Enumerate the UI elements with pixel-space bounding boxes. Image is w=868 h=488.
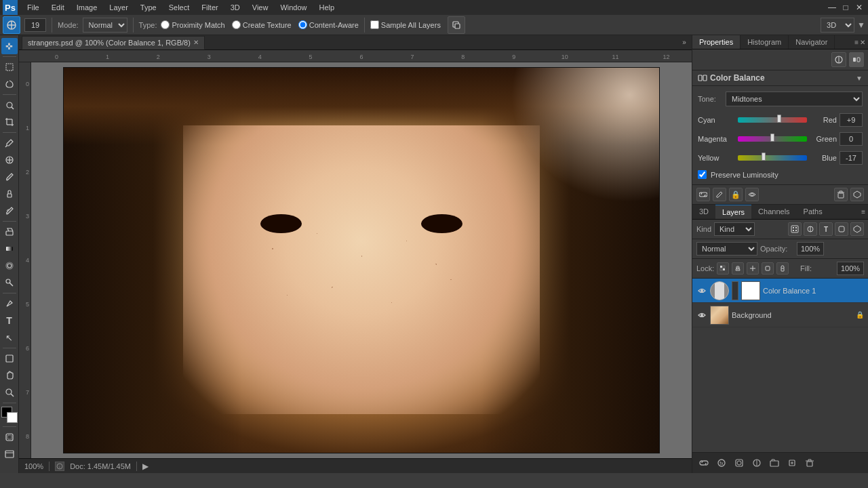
layer-new-btn[interactable]: [785, 455, 800, 470]
layer-visibility-bg[interactable]: [696, 310, 707, 321]
workspace-arrow[interactable]: ▼: [857, 20, 865, 30]
menu-view[interactable]: View: [247, 2, 274, 13]
proximity-match-option[interactable]: Proximity Match: [161, 20, 224, 29]
lock-all-btn[interactable]: [776, 262, 789, 274]
history-brush-tool[interactable]: [1, 203, 18, 219]
panel-close-btn[interactable]: ✕: [860, 39, 865, 46]
tab-paths[interactable]: Paths: [797, 205, 829, 219]
filter-shape-btn[interactable]: [835, 222, 848, 236]
text-tool[interactable]: T: [1, 312, 18, 329]
tab-histogram[interactable]: Histogram: [741, 35, 789, 49]
tab-collapse-button[interactable]: »: [679, 38, 689, 47]
layer-item-color-balance[interactable]: Color Balance 1: [692, 279, 868, 303]
shape-tool[interactable]: [1, 350, 18, 367]
layer-fx-btn[interactable]: fx: [714, 455, 729, 470]
hand-tool[interactable]: [1, 367, 18, 384]
brush-size-input[interactable]: 19: [24, 18, 46, 32]
blur-tool[interactable]: [1, 258, 18, 274]
path-select-tool[interactable]: ↖: [1, 329, 18, 346]
tab-channels[interactable]: Channels: [751, 205, 796, 219]
tab-3d[interactable]: 3D: [692, 205, 715, 219]
menu-image[interactable]: Image: [71, 2, 103, 13]
layer-visibility-cb[interactable]: [696, 285, 707, 296]
zoom-tool[interactable]: [1, 384, 18, 401]
menu-type[interactable]: Type: [135, 2, 162, 13]
menu-window[interactable]: Window: [275, 2, 312, 13]
layer-mask-lock-btn[interactable]: 🔒: [729, 188, 743, 201]
preserve-luminosity-checkbox[interactable]: [698, 170, 707, 179]
layer-delete-btn[interactable]: [834, 188, 848, 201]
layer-delete-bottom-btn[interactable]: [802, 455, 817, 470]
quick-select-tool[interactable]: [1, 97, 18, 113]
eyedropper-tool[interactable]: [1, 135, 18, 151]
canvas-viewport[interactable]: [31, 62, 692, 458]
layer-item-background[interactable]: Background 🔒: [692, 303, 868, 327]
layer-visibility-btn[interactable]: [745, 188, 759, 201]
lock-artboard-btn[interactable]: [762, 262, 774, 274]
yellow-blue-thumb[interactable]: [762, 152, 766, 161]
content-aware-option[interactable]: Content-Aware: [298, 20, 359, 29]
kind-select[interactable]: Kind: [714, 222, 755, 236]
move-tool[interactable]: ✜: [1, 38, 18, 54]
close-button[interactable]: ✕: [853, 1, 865, 14]
crop-tool[interactable]: [1, 114, 18, 130]
minimize-button[interactable]: —: [826, 1, 838, 14]
menu-file[interactable]: File: [22, 2, 45, 13]
menu-help[interactable]: Help: [314, 2, 340, 13]
cyan-red-thumb[interactable]: [777, 115, 781, 123]
filter-smart-btn[interactable]: [850, 222, 864, 236]
magenta-green-slider-wrap[interactable]: [738, 135, 807, 143]
yellow-blue-slider-wrap[interactable]: [738, 154, 807, 162]
stamp-tool[interactable]: [1, 186, 18, 202]
layers-options-btn[interactable]: ≡: [861, 208, 865, 216]
menu-edit[interactable]: Edit: [46, 2, 70, 13]
layer-link-btn[interactable]: [696, 188, 710, 201]
lock-position-btn[interactable]: [747, 262, 759, 274]
background-color[interactable]: [7, 412, 18, 423]
layer-link-bottom-btn[interactable]: [696, 455, 711, 470]
mode-select[interactable]: Normal: [83, 18, 127, 33]
layer-paint-btn[interactable]: [713, 188, 726, 201]
preserve-luminosity-label[interactable]: Preserve Luminosity: [711, 171, 778, 179]
filter-pixel-btn[interactable]: [788, 222, 802, 236]
layer-3d-btn[interactable]: [850, 188, 864, 201]
screen-mode-tool[interactable]: [1, 446, 18, 462]
menu-filter[interactable]: Filter: [196, 2, 223, 13]
color-balance-icon[interactable]: [849, 52, 864, 67]
fill-input[interactable]: 100%: [837, 262, 864, 275]
create-texture-option[interactable]: Create Texture: [232, 20, 292, 29]
quick-mask-tool[interactable]: [1, 429, 18, 445]
pen-tool[interactable]: [1, 296, 18, 312]
panel-options-btn[interactable]: ≡: [854, 39, 859, 46]
layer-mask-bottom-btn[interactable]: [732, 455, 747, 470]
lock-image-btn[interactable]: [732, 262, 744, 274]
marquee-tool[interactable]: [1, 59, 18, 75]
magenta-green-thumb[interactable]: [770, 134, 774, 142]
cyan-red-slider-wrap[interactable]: [738, 116, 807, 124]
document-tab[interactable]: strangers.psd @ 100% (Color Balance 1, R…: [22, 36, 205, 49]
adjustment-layer-icon[interactable]: [831, 52, 846, 67]
healing-tool[interactable]: [1, 152, 18, 168]
magenta-green-value[interactable]: 0: [840, 132, 863, 146]
blend-mode-select[interactable]: Normal: [696, 242, 757, 256]
workspace-select[interactable]: 3D: [821, 18, 854, 33]
yellow-blue-value[interactable]: -17: [840, 151, 863, 165]
layer-group-btn[interactable]: [767, 455, 782, 470]
opacity-input[interactable]: 100%: [797, 242, 824, 256]
filter-adj-btn[interactable]: [804, 222, 817, 236]
dodge-tool[interactable]: [1, 274, 18, 291]
clone-source-btn[interactable]: [448, 16, 465, 34]
lock-transparent-btn[interactable]: [717, 262, 729, 274]
sample-all-layers-check[interactable]: Sample All Layers: [370, 20, 441, 29]
tab-properties[interactable]: Properties: [692, 35, 741, 49]
tab-close-button[interactable]: ✕: [193, 39, 199, 46]
cyan-red-value[interactable]: +9: [840, 113, 863, 127]
tab-layers[interactable]: Layers: [715, 205, 751, 219]
menu-3d[interactable]: 3D: [225, 2, 245, 13]
healing-brush-tool[interactable]: [3, 16, 20, 34]
status-arrow[interactable]: ▶: [142, 462, 149, 471]
layer-adjustment-btn[interactable]: [749, 455, 764, 470]
lasso-tool[interactable]: [1, 76, 18, 92]
tab-navigator[interactable]: Navigator: [789, 35, 835, 49]
eraser-tool[interactable]: [1, 224, 18, 240]
